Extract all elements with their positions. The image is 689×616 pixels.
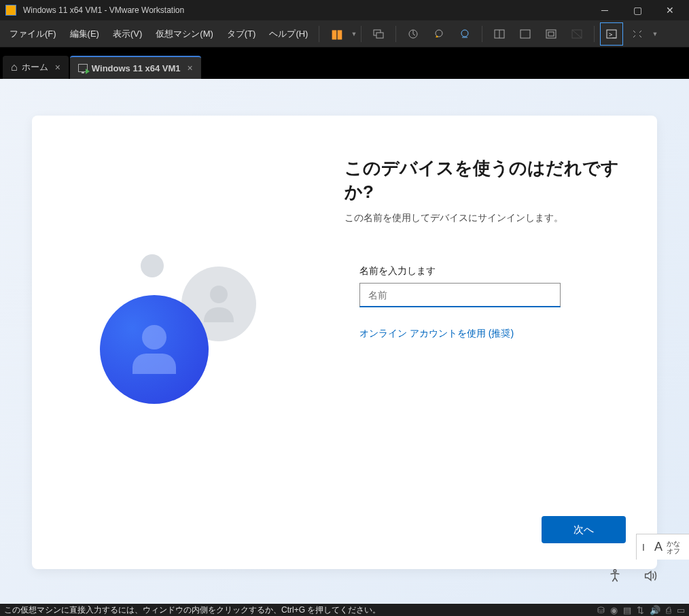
network-icon[interactable]: ▤ xyxy=(623,605,631,615)
menu-help[interactable]: ヘルプ(H) xyxy=(262,24,315,44)
divider xyxy=(482,26,482,42)
next-button[interactable]: 次へ xyxy=(542,516,626,543)
vm-display-area[interactable]: このデバイスを使うのはだれですか? この名前を使用してデバイスにサインインします… xyxy=(0,79,689,604)
oobe-title: このデバイスを使うのはだれですか? xyxy=(344,156,630,204)
small-circle-icon xyxy=(141,254,164,277)
snapshot-revert-button[interactable] xyxy=(427,22,450,46)
svg-rect-9 xyxy=(548,32,554,36)
ime-kana-label: かな xyxy=(667,540,680,547)
usb-icon[interactable]: ⇅ xyxy=(637,605,644,615)
oobe-subtitle: この名前を使用してデバイスにサインインします。 xyxy=(344,212,630,224)
status-bar: この仮想マシンに直接入力するには、ウィンドウの内側をクリックするか、Ctrl+G… xyxy=(0,604,689,616)
snapshot-manager-button[interactable] xyxy=(453,22,476,46)
snapshot-button[interactable] xyxy=(402,22,425,46)
menu-view[interactable]: 表示(V) xyxy=(106,24,149,44)
volume-icon[interactable] xyxy=(643,568,658,583)
enter-fullscreen-button[interactable]: >_ xyxy=(600,22,623,46)
menu-vm[interactable]: 仮想マシン(M) xyxy=(149,24,220,44)
svg-point-4 xyxy=(461,30,468,37)
tab-home[interactable]: ホーム × xyxy=(3,56,69,79)
accessibility-tray xyxy=(607,568,658,583)
blue-user-circle-icon xyxy=(100,295,209,404)
tab-vm1[interactable]: Windows 11 x64 VM1 × xyxy=(70,56,201,79)
ime-cursor-icon: I xyxy=(637,542,650,553)
oobe-form-pane: このデバイスを使うのはだれですか? この名前を使用してデバイスにサインインします… xyxy=(344,116,657,569)
send-ctrl-alt-del-button[interactable] xyxy=(367,22,390,46)
view-console-button[interactable] xyxy=(514,22,537,46)
tabs-bar: ホーム × Windows 11 x64 VM1 × xyxy=(0,48,689,79)
cd-icon[interactable]: ◉ xyxy=(610,605,618,615)
status-message: この仮想マシンに直接入力するには、ウィンドウの内側をクリックするか、Ctrl+G… xyxy=(4,604,381,616)
status-tray: ⛁ ◉ ▤ ⇅ 🔊 ⎙ ▭ xyxy=(597,605,685,615)
next-button-label: 次へ xyxy=(573,524,594,536)
minimize-button[interactable]: ─ xyxy=(591,0,618,20)
svg-point-14 xyxy=(614,570,616,572)
ime-off-label: オフ xyxy=(667,547,680,555)
user-illustration xyxy=(107,254,270,431)
divider xyxy=(319,26,319,42)
window-titlebar: Windows 11 x64 VM1 - VMware Workstation … xyxy=(0,0,689,20)
home-icon xyxy=(11,61,18,73)
display-icon[interactable]: ▭ xyxy=(677,605,685,615)
divider xyxy=(395,26,396,42)
tab-vm1-close-icon[interactable]: × xyxy=(188,63,193,73)
use-online-account-link[interactable]: オンライン アカウントを使用 (推奨) xyxy=(359,328,630,340)
menu-bar: ファイル(F) 編集(E) 表示(V) 仮想マシン(M) タブ(T) ヘルプ(H… xyxy=(0,20,689,48)
accessibility-icon[interactable] xyxy=(607,568,622,583)
close-button[interactable]: ✕ xyxy=(656,0,684,20)
view-fullscreen-button[interactable] xyxy=(540,22,563,46)
svg-rect-7 xyxy=(520,30,530,38)
name-input[interactable] xyxy=(359,283,561,307)
divider xyxy=(361,26,361,42)
pause-button[interactable]: ▮▮ xyxy=(325,22,348,46)
menu-tab[interactable]: タブ(T) xyxy=(220,24,263,44)
name-field-label: 名前を入力します xyxy=(344,265,630,277)
unity-button[interactable] xyxy=(565,22,588,46)
view-single-button[interactable] xyxy=(488,22,511,46)
svg-rect-8 xyxy=(546,30,556,38)
tab-vm1-label: Windows 11 x64 VM1 xyxy=(92,63,181,73)
oobe-illustration-pane xyxy=(32,116,344,569)
stretch-button[interactable] xyxy=(626,22,649,46)
divider xyxy=(594,26,595,42)
svg-rect-1 xyxy=(376,33,383,38)
printer-icon[interactable]: ⎙ xyxy=(666,605,671,615)
ime-indicator[interactable]: I A かな オフ xyxy=(636,534,689,560)
tab-home-close-icon[interactable]: × xyxy=(55,62,60,73)
vm-monitor-icon xyxy=(78,64,88,72)
svg-line-11 xyxy=(572,30,582,38)
vmware-app-icon xyxy=(5,5,16,16)
ime-mode-letter: A xyxy=(650,540,667,554)
maximize-button[interactable]: ▢ xyxy=(624,0,651,20)
disk-icon[interactable]: ⛁ xyxy=(597,605,605,615)
stretch-dropdown-icon[interactable]: ▼ xyxy=(652,31,658,37)
oobe-card: このデバイスを使うのはだれですか? この名前を使用してデバイスにサインインします… xyxy=(32,116,657,569)
svg-text:>_: >_ xyxy=(609,31,616,38)
window-title: Windows 11 x64 VM1 - VMware Workstation xyxy=(23,5,184,15)
sound-status-icon[interactable]: 🔊 xyxy=(650,605,660,615)
pause-dropdown-icon[interactable]: ▼ xyxy=(351,31,357,37)
menu-file[interactable]: ファイル(F) xyxy=(3,24,63,44)
menu-edit[interactable]: 編集(E) xyxy=(63,24,106,44)
svg-point-3 xyxy=(436,30,442,37)
tab-home-label: ホーム xyxy=(22,61,48,73)
